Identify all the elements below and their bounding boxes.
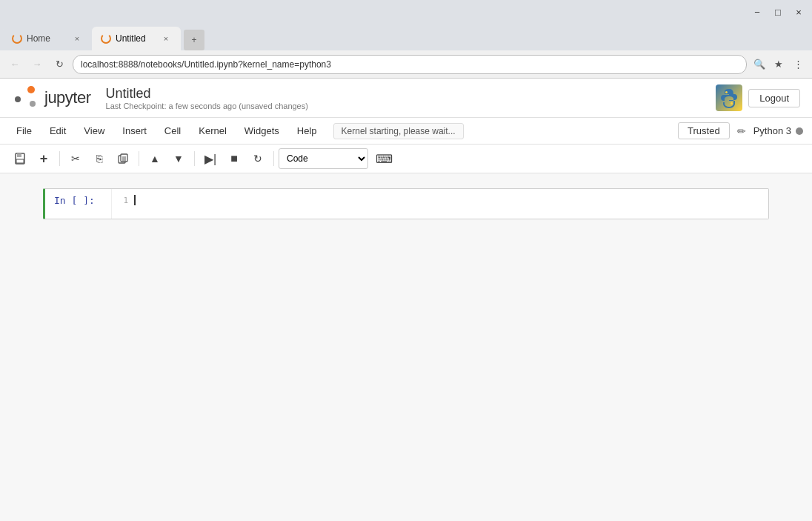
menu-edit[interactable]: Edit <box>42 122 73 139</box>
python-kernel-indicator: Python 3 <box>753 125 803 136</box>
menu-bar: File Edit View Insert Cell Kernel Widget… <box>0 118 812 145</box>
python-kernel-label: Python 3 <box>753 125 791 136</box>
svg-point-0 <box>27 86 35 93</box>
title-bar: − □ × <box>0 0 812 24</box>
menu-cell[interactable]: Cell <box>157 122 188 139</box>
search-icon[interactable]: 🔍 <box>751 56 768 73</box>
cut-btn[interactable]: ✂ <box>64 147 87 170</box>
tab-untitled-close[interactable]: × <box>160 33 172 44</box>
notebook-title[interactable]: Untitled <box>106 86 308 102</box>
toolbar: + ✂ ⎘ ▲ ▼ ▶| ■ ↻ Code Markdown Raw NBCon… <box>0 145 812 173</box>
menu-file[interactable]: File <box>9 122 39 139</box>
menu-help[interactable]: Help <box>290 122 325 139</box>
move-up-btn[interactable]: ▲ <box>144 147 166 170</box>
svg-point-1 <box>30 101 36 107</box>
save-icon <box>14 153 26 165</box>
svg-rect-6 <box>17 153 21 157</box>
svg-point-2 <box>15 96 21 102</box>
keyboard-shortcut-btn[interactable]: ⌨ <box>373 147 395 170</box>
bookmark-icon[interactable]: ★ <box>771 56 787 73</box>
kernel-dot <box>796 127 803 135</box>
jupyter-logo-text: jupyter <box>44 88 91 107</box>
jupyter-logo: jupyter <box>12 84 91 111</box>
python-logo <box>716 84 742 111</box>
checkpoint-time: a few seconds ago <box>169 102 237 110</box>
cell-cursor-line: 1 <box>119 195 761 205</box>
tab-home-label: Home <box>27 33 50 44</box>
toolbar-sep-4 <box>273 151 274 166</box>
menu-icon[interactable]: ⋮ <box>790 56 806 73</box>
kernel-status: Kernel starting, please wait... <box>333 123 464 139</box>
header-right: Logout <box>716 84 800 111</box>
close-btn[interactable]: × <box>788 1 809 22</box>
toolbar-sep-2 <box>139 151 139 166</box>
cell-cursor <box>134 195 136 205</box>
new-tab-btn[interactable]: + <box>184 30 204 50</box>
address-input[interactable] <box>73 55 747 74</box>
forward-btn[interactable]: → <box>28 56 46 73</box>
paste-btn[interactable] <box>112 147 134 170</box>
menu-insert[interactable]: Insert <box>115 122 154 139</box>
jupyter-header: jupyter Untitled Last Checkpoint: a few … <box>0 79 812 118</box>
toolbar-sep-3 <box>194 151 195 166</box>
address-bar: ← → ↻ 🔍 ★ ⋮ <box>0 50 812 79</box>
tab-home-icon <box>12 33 22 44</box>
restart-btn[interactable]: ↻ <box>247 147 269 170</box>
tab-untitled[interactable]: Untitled × <box>92 27 181 50</box>
checkpoint-status: (unsaved changes) <box>239 102 308 110</box>
svg-point-4 <box>731 102 733 104</box>
copy-btn[interactable]: ⎘ <box>88 147 110 170</box>
move-down-btn[interactable]: ▼ <box>167 147 190 170</box>
tab-bar: Home × Untitled × + <box>0 24 812 50</box>
back-btn[interactable]: ← <box>6 56 24 73</box>
cell-type-select[interactable]: Code Markdown Raw NBConvert Heading <box>279 148 368 169</box>
maximize-btn[interactable]: □ <box>768 1 788 22</box>
menu-view[interactable]: View <box>76 122 112 139</box>
tab-home[interactable]: Home × <box>3 27 92 50</box>
svg-point-3 <box>725 91 728 93</box>
svg-rect-7 <box>16 159 24 163</box>
minimize-btn[interactable]: − <box>747 1 768 22</box>
reload-btn[interactable]: ↻ <box>50 56 68 73</box>
interrupt-btn[interactable]: ■ <box>223 147 245 170</box>
python-logo-svg <box>719 87 739 108</box>
toolbar-sep-1 <box>59 151 60 166</box>
run-next-btn[interactable]: ▶| <box>199 147 222 170</box>
checkpoint-text: Last Checkpoint: a few seconds ago (unsa… <box>106 102 308 110</box>
tab-untitled-label: Untitled <box>116 33 146 44</box>
checkpoint-label: Last Checkpoint: <box>106 102 167 110</box>
menu-widgets[interactable]: Widgets <box>237 122 287 139</box>
tab-home-close[interactable]: × <box>71 33 83 44</box>
jupyter-logo-svg <box>12 84 39 111</box>
notebook-area: In [ ]: 1 <box>0 173 812 521</box>
notebook-title-area: Untitled Last Checkpoint: a few seconds … <box>106 86 308 110</box>
trusted-button[interactable]: Trusted <box>678 122 730 139</box>
add-cell-btn[interactable]: + <box>33 147 55 170</box>
menu-kernel[interactable]: Kernel <box>191 122 234 139</box>
logout-button[interactable]: Logout <box>748 89 800 107</box>
cell-input[interactable]: 1 <box>112 189 768 219</box>
paste-icon <box>118 153 128 164</box>
main-content: jupyter Untitled Last Checkpoint: a few … <box>0 79 812 521</box>
pencil-icon[interactable]: ✏ <box>733 123 751 139</box>
cell-container[interactable]: In [ ]: 1 <box>43 188 769 219</box>
cell-line-number: 1 <box>119 196 128 205</box>
save-btn[interactable] <box>9 147 31 170</box>
cell-prompt: In [ ]: <box>45 189 112 219</box>
tab-untitled-icon <box>101 33 111 44</box>
